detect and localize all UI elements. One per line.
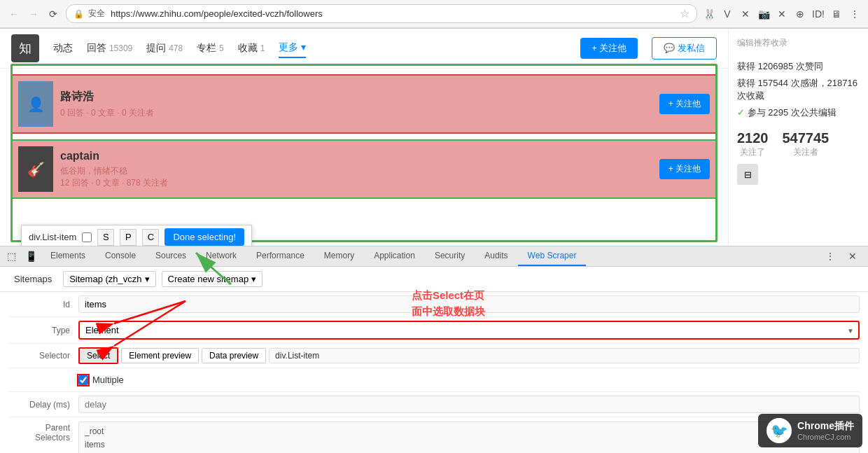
- follower-info-2: captain 低谷期，情绪不稳 12 回答 · 0 文章 · 878 关注者: [60, 150, 652, 189]
- follow-btn-2[interactable]: + 关注他: [659, 159, 710, 179]
- type-label: Type: [8, 326, 78, 335]
- sidebar-scroll-button[interactable]: ⊟: [737, 164, 758, 185]
- toolbar-icons: 🐰 V ✕ 📷 ✕ ⊕ ID! 🖥 ⋮: [701, 6, 862, 22]
- tab-memory[interactable]: Memory: [314, 246, 364, 266]
- devtools-device-button[interactable]: 📱: [21, 246, 41, 266]
- form-row-id: Id: [8, 292, 860, 317]
- follower-name-1: 路诗浩: [60, 90, 652, 104]
- nav-item-tiwen[interactable]: 提问 478: [146, 39, 183, 57]
- follower-card-1[interactable]: 👤 路诗浩 0 回答 · 0 文章 · 0 关注者 + 关注他: [11, 74, 717, 134]
- sidebar-stats: 获得 1206985 次赞同 获得 157544 次感谢，218716 次收藏 …: [737, 60, 860, 119]
- nav-item-huida[interactable]: 回答 15309: [87, 39, 132, 57]
- type-select[interactable]: Element: [78, 321, 860, 340]
- extension-icon-5[interactable]: ✕: [774, 6, 790, 22]
- tab-application[interactable]: Application: [364, 246, 425, 266]
- follow-button[interactable]: + 关注他: [580, 38, 638, 59]
- form-row-delay: Delay (ms): [8, 392, 860, 417]
- devtools-icons-right: ⋮ ✕: [820, 246, 868, 266]
- selector-popup: div.List-item S P C Done selecting!: [21, 225, 252, 246]
- back-button[interactable]: ←: [6, 6, 22, 22]
- selector-row: Select Element preview Data preview div.…: [78, 347, 860, 364]
- multiple-checkbox[interactable]: [78, 375, 88, 385]
- following-label: 关注了: [737, 146, 769, 158]
- devtools-icons-left: ⬚ 📱: [1, 246, 41, 266]
- nav-item-gengduo[interactable]: 更多 ▾: [279, 39, 306, 58]
- devtools-close-button[interactable]: ✕: [843, 246, 862, 266]
- follower-info-1: 路诗浩 0 回答 · 0 文章 · 0 关注者: [60, 90, 652, 119]
- done-selecting-button[interactable]: Done selecting!: [164, 228, 244, 246]
- devtools-panel: ⬚ 📱 Elements Console Sources Network Per…: [0, 246, 868, 453]
- followers-stat[interactable]: 547745 关注者: [783, 130, 830, 158]
- p-button[interactable]: P: [120, 229, 136, 246]
- selector-popup-text: div.List-item: [29, 232, 76, 242]
- s-button[interactable]: S: [97, 229, 114, 246]
- id-content: [78, 295, 860, 313]
- parent-selectors-value: _root items: [78, 421, 860, 453]
- parent-selectors-content: _root items: [78, 421, 860, 453]
- extension-icon-8[interactable]: 🖥: [829, 6, 844, 22]
- devtools-more-button[interactable]: ⋮: [820, 246, 840, 266]
- selector-label: Selector: [8, 351, 78, 361]
- address-input[interactable]: [111, 8, 676, 19]
- tab-security[interactable]: Security: [425, 246, 475, 266]
- form-row-type: Type Element: [8, 317, 860, 344]
- message-button[interactable]: 💬 发私信: [652, 37, 717, 60]
- security-label: 安全: [88, 8, 105, 20]
- form-row-parent-selectors: Parent Selectors _root items: [8, 417, 860, 453]
- tab-network[interactable]: Network: [196, 246, 246, 266]
- follower-card-2[interactable]: 🎸 captain 低谷期，情绪不稳 12 回答 · 0 文章 · 878 关注…: [11, 139, 717, 199]
- c-button[interactable]: C: [142, 229, 159, 246]
- data-preview-tab-button[interactable]: Data preview: [202, 348, 266, 363]
- extension-icon-6[interactable]: ⊕: [792, 6, 808, 22]
- delay-label: Delay (ms): [8, 400, 78, 410]
- delay-content: [78, 396, 860, 413]
- delay-input[interactable]: [78, 396, 860, 413]
- plugin-logo: 🐦: [766, 418, 792, 443]
- zhihu-main: 知 动态 回答 15309 提问 478 专栏 5 收藏 1 更多 ▾ + 关注…: [0, 29, 728, 246]
- id-input[interactable]: [78, 295, 860, 313]
- zhihu-logo: 知: [11, 34, 39, 62]
- nav-item-dongtai[interactable]: 动态: [53, 39, 73, 57]
- follower-name-2: captain: [60, 150, 652, 162]
- tab-audits[interactable]: Audits: [475, 246, 517, 266]
- follow-btn-1[interactable]: + 关注他: [659, 94, 710, 114]
- tab-performance[interactable]: Performance: [246, 246, 314, 266]
- form-row-selector: Selector Select Element preview Data pre…: [8, 344, 860, 368]
- extension-icon-3[interactable]: ✕: [738, 6, 753, 22]
- plugin-name: Chrome插件: [797, 420, 854, 433]
- select-tab-button[interactable]: Select: [78, 347, 118, 364]
- multiple-label: Multiple: [92, 375, 124, 385]
- devtools-tabs-bar: ⬚ 📱 Elements Console Sources Network Per…: [0, 246, 868, 267]
- followers-count: 547745: [783, 130, 830, 146]
- extension-icon-2[interactable]: V: [720, 6, 735, 22]
- tab-console[interactable]: Console: [95, 246, 146, 266]
- follower-stats-2-line2: 12 回答 · 0 文章 · 878 关注者: [60, 177, 652, 189]
- tab-elements[interactable]: Elements: [41, 246, 95, 266]
- sitemap-dropdown[interactable]: Sitemap (zh_vczh ▾: [63, 271, 155, 287]
- follower-stats-2-line1: 低谷期，情绪不稳: [60, 165, 652, 177]
- nav-item-shoucang[interactable]: 收藏 1: [238, 39, 265, 57]
- lock-icon: 🔒: [74, 9, 84, 19]
- sitemaps-button[interactable]: Sitemaps: [8, 272, 57, 286]
- type-content: Element: [78, 321, 860, 340]
- forward-button[interactable]: →: [25, 6, 42, 22]
- followers-area: 👤 路诗浩 0 回答 · 0 文章 · 0 关注者 + 关注他 🎸 captai…: [0, 69, 728, 204]
- following-stat[interactable]: 2120 关注了: [737, 130, 769, 158]
- element-preview-tab-button[interactable]: Element preview: [121, 348, 199, 363]
- extension-icon-1[interactable]: 🐰: [701, 6, 717, 22]
- nav-buttons: ← → ⟳: [6, 6, 62, 22]
- nav-item-zhuanlan[interactable]: 专栏 5: [197, 39, 224, 57]
- multiple-row: Multiple: [78, 375, 860, 385]
- extension-icon-7[interactable]: ID!: [811, 6, 826, 22]
- reload-button[interactable]: ⟳: [45, 6, 62, 22]
- tab-web-scraper[interactable]: Web Scraper: [518, 246, 587, 266]
- star-icon[interactable]: ☆: [680, 7, 690, 20]
- extension-icon-4[interactable]: 📷: [756, 6, 771, 22]
- create-sitemap-button[interactable]: Create new sitemap ▾: [162, 271, 263, 287]
- sitemap-bar: Sitemaps Sitemap (zh_vczh ▾ Create new s…: [0, 267, 868, 292]
- sidebar-recommend: 编辑推荐收录: [737, 37, 860, 49]
- selector-popup-checkbox[interactable]: [82, 232, 92, 242]
- tab-sources[interactable]: Sources: [146, 246, 196, 266]
- devtools-inspect-button[interactable]: ⬚: [1, 246, 21, 266]
- menu-icon[interactable]: ⋮: [847, 6, 862, 22]
